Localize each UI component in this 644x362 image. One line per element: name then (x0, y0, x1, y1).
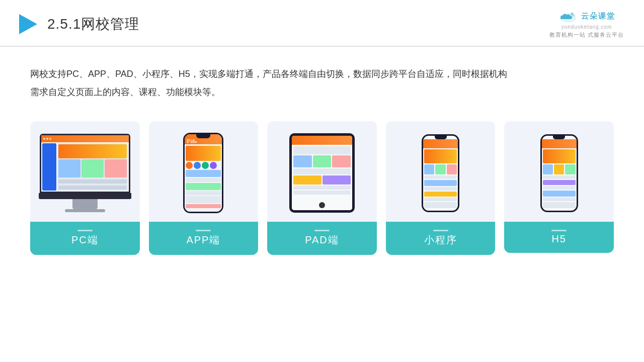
card-mini-label: 小程序 (386, 222, 496, 255)
card-h5: H5 (504, 121, 614, 253)
card-pc-image (30, 121, 140, 222)
svg-point-3 (573, 15, 575, 17)
play-icon (15, 12, 39, 36)
header-left: 2.5.1网校管理 (15, 12, 139, 36)
logo-cloud: 云朵课堂 (558, 9, 615, 23)
logo-text: 云朵课堂 (581, 12, 615, 21)
card-app: 职达人的第一堂网课 (149, 121, 259, 255)
svg-point-2 (571, 13, 574, 16)
header: 2.5.1网校管理 云朵课堂 yunduoketang.com 教育机构一站 式… (0, 0, 644, 47)
card-pad-label: PAD端 (267, 222, 377, 255)
card-pad: PAD端 (267, 121, 377, 255)
card-h5-image (504, 121, 614, 222)
card-app-label: APP端 (149, 222, 259, 255)
description-line1: 网校支持PC、APP、PAD、小程序、H5，实现多端打通，产品各终端自由切换，数… (30, 65, 614, 83)
phone-mockup-app: 职达人的第一堂网课 (183, 133, 223, 213)
page-title: 2.5.1网校管理 (47, 15, 139, 34)
card-mini: 小程序 (386, 121, 496, 255)
tablet-mockup-pad (289, 133, 355, 213)
logo-url: yunduoketang.com (561, 24, 612, 30)
cloud-logo-icon (558, 9, 578, 23)
cards-container: PC端 职达人的第一堂网课 (30, 121, 614, 255)
description-line2: 需求自定义页面上的内容、课程、功能模块等。 (30, 83, 614, 101)
small-phone-mockup-mini (422, 134, 459, 212)
pc-monitor-mockup (40, 134, 130, 212)
card-app-image: 职达人的第一堂网课 (149, 121, 259, 222)
logo-tagline1: 教育机构一站 (549, 31, 586, 39)
svg-marker-0 (19, 14, 37, 34)
small-phone-mockup-h5 (540, 134, 578, 212)
card-h5-label: H5 (504, 222, 614, 253)
card-pc-label: PC端 (30, 222, 140, 255)
card-mini-image (386, 121, 496, 222)
logo-tagline2: 式服务云平台 (588, 31, 624, 39)
card-pc: PC端 (30, 121, 140, 255)
logo-area: 云朵课堂 yunduoketang.com 教育机构一站 式服务云平台 (549, 9, 624, 39)
card-pad-image (267, 121, 377, 222)
description: 网校支持PC、APP、PAD、小程序、H5，实现多端打通，产品各终端自由切换，数… (30, 65, 614, 101)
